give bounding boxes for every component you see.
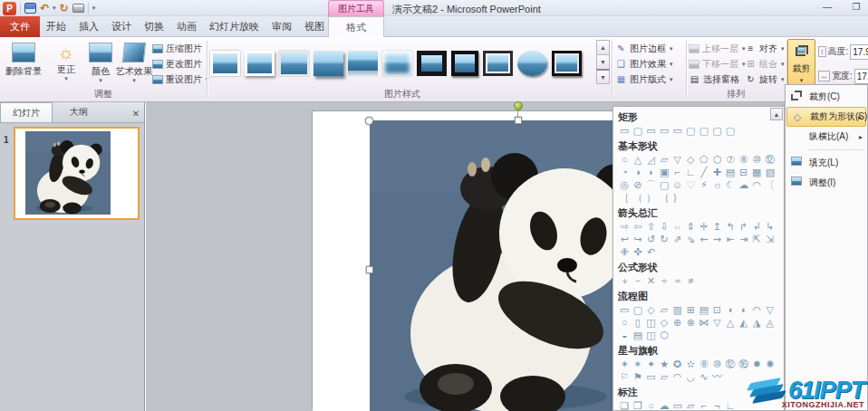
shape-icon[interactable]: ◡ xyxy=(684,371,698,384)
shape-icon[interactable]: ✴ xyxy=(632,358,645,371)
shape-icon[interactable]: 〔 xyxy=(764,179,777,192)
shape-icon[interactable]: ▢ xyxy=(658,179,671,192)
gallery-more-icon[interactable]: ▼ xyxy=(596,69,610,84)
shape-icon[interactable]: ✪ xyxy=(670,358,684,371)
shape-icon[interactable]: ⊟ xyxy=(737,167,750,179)
shape-icon[interactable]: ⇦ xyxy=(632,221,645,234)
shape-icon[interactable]: ◫ xyxy=(644,317,658,330)
button-对齐[interactable]: ≡对齐▾ xyxy=(745,41,786,56)
shape-icon[interactable]: ◗ xyxy=(737,304,750,317)
redo-icon[interactable]: ↻ xyxy=(60,2,69,14)
shape-icon[interactable]: ⇤ xyxy=(724,234,738,246)
shape-icon[interactable]: ◮ xyxy=(750,317,764,330)
undo-icon[interactable]: ↶ xyxy=(40,2,49,14)
shape-icon[interactable]: ☺ xyxy=(670,179,684,192)
shape-icon[interactable]: ▽ xyxy=(710,317,724,330)
shape-icon[interactable]: ○ xyxy=(644,400,658,411)
shape-icon[interactable]: ⑦ xyxy=(724,154,738,167)
shape-icon[interactable]: ⊕ xyxy=(670,317,684,330)
tab-切换[interactable]: 切换 xyxy=(138,16,170,36)
shape-icon[interactable]: ⬡ xyxy=(658,330,671,342)
shape-icon[interactable]: ⇱ xyxy=(750,234,764,246)
shape-icon[interactable]: ↻ xyxy=(658,234,671,246)
shape-icon[interactable]: ◗ xyxy=(644,167,658,179)
tab-幻灯片放映[interactable]: 幻灯片放映 xyxy=(203,16,265,36)
shape-icon[interactable]: ⌐ xyxy=(670,167,684,179)
shape-icon[interactable]: ▢ xyxy=(724,125,738,138)
shape-icon[interactable]: ✚ xyxy=(710,167,724,179)
height-input[interactable]: 17.99 xyxy=(850,44,868,60)
shape-icon[interactable]: ▱ xyxy=(658,371,671,384)
picture-style-thumb-frame-black-sm[interactable] xyxy=(451,51,478,76)
shape-icon[interactable]: ◇ xyxy=(644,304,658,317)
shape-icon[interactable]: ⊡ xyxy=(710,304,724,317)
shape-icon[interactable]: ⇗ xyxy=(670,234,684,246)
shape-icon[interactable]: ⊘ xyxy=(632,179,645,192)
shape-icon[interactable]: ⑧ xyxy=(698,358,711,371)
shape-icon[interactable]: ⇔ xyxy=(670,221,684,234)
menu-item-裁剪(C)[interactable]: 裁剪(C) xyxy=(786,87,866,107)
shape-icon[interactable]: ⬡ xyxy=(710,154,724,167)
tab-file[interactable]: 文件 xyxy=(0,16,40,37)
picture-style-thumb-frame-compound[interactable] xyxy=(483,51,513,76)
shape-icon[interactable]: ◭ xyxy=(737,317,750,330)
shape-icon[interactable]: ⇝ xyxy=(710,234,724,246)
shape-icon[interactable]: ⇧ xyxy=(644,221,658,234)
shape-icon[interactable]: ▢ xyxy=(684,125,698,138)
shape-icon[interactable]: ＋ xyxy=(618,275,632,288)
slide-thumbnail[interactable] xyxy=(14,127,140,220)
shape-icon[interactable]: ▥ xyxy=(670,304,684,317)
shape-icon[interactable]: ⇲ xyxy=(764,234,777,246)
shape-icon[interactable]: ▭ xyxy=(644,371,658,384)
small-button-压缩图片[interactable]: 压缩图片 xyxy=(152,41,207,56)
shape-icon[interactable]: ⑫ xyxy=(724,358,738,371)
button-旋转[interactable]: ↻旋转▾ xyxy=(745,72,786,87)
shape-icon[interactable]: ⑩ xyxy=(750,154,764,167)
width-input[interactable]: 17.99 xyxy=(854,69,868,84)
shape-icon[interactable]: （ xyxy=(632,192,645,205)
shape-icon[interactable]: ✶ xyxy=(618,358,632,371)
undo-dropdown-icon[interactable]: ▾ xyxy=(53,5,56,12)
small-button-更改图片[interactable]: 更改图片 xyxy=(152,56,207,72)
picture-style-thumb-soft[interactable] xyxy=(382,51,412,76)
picture-style-thumb-frame-black-thick[interactable] xyxy=(417,51,447,76)
tab-审阅[interactable]: 审阅 xyxy=(265,16,298,36)
customize-qat-icon[interactable]: ▾ xyxy=(92,5,96,12)
shape-icon[interactable]: ✦ xyxy=(644,358,658,371)
menu-item-裁剪为形状(S)[interactable]: ◇裁剪为形状(S)▸ xyxy=(786,107,866,127)
resize-handle-top-left[interactable] xyxy=(365,117,373,125)
shape-icon[interactable]: ≠ xyxy=(684,275,698,288)
shape-icon[interactable]: ▢ xyxy=(632,304,645,317)
shape-icon[interactable]: ◒ xyxy=(618,330,632,342)
shape-icon[interactable]: ▢ xyxy=(710,125,724,138)
shape-icon[interactable]: △ xyxy=(632,154,645,167)
shape-icon[interactable]: ↳ xyxy=(764,221,777,234)
shape-icon[interactable]: ↶ xyxy=(644,246,658,259)
shape-icon[interactable]: ○ xyxy=(618,154,632,167)
shape-icon[interactable]: ◿ xyxy=(644,154,658,167)
shape-icon[interactable]: ＝ xyxy=(670,275,684,288)
tab-设计[interactable]: 设计 xyxy=(105,16,138,36)
button-图片边框[interactable]: ✎图片边框▾ xyxy=(615,41,684,56)
save-icon[interactable] xyxy=(24,3,36,14)
picture-style-thumb-frame-white-shadow[interactable] xyxy=(245,51,275,76)
shape-icon[interactable]: ↩ xyxy=(618,234,632,246)
tab-插入[interactable]: 插入 xyxy=(72,16,105,36)
shape-icon[interactable]: ÷ xyxy=(658,275,671,288)
shape-icon[interactable]: ◔ xyxy=(618,167,632,179)
shape-icon[interactable]: ⇕ xyxy=(684,221,698,234)
tab-outline[interactable]: 大纲 xyxy=(53,102,105,122)
shape-icon[interactable]: ✜ xyxy=(632,246,645,259)
restore-button[interactable]: ❐ xyxy=(848,2,864,12)
small-button-重设图片[interactable]: 重设图片▾ xyxy=(152,72,207,87)
shape-icon[interactable]: ╱ xyxy=(698,167,711,179)
shape-icon[interactable]: ⑫ xyxy=(764,154,777,167)
shape-icon[interactable]: ▭ xyxy=(618,125,632,138)
shape-icon[interactable]: ✹ xyxy=(750,358,764,371)
shape-icon[interactable]: ⇘ xyxy=(684,234,698,246)
shape-icon[interactable]: ◖ xyxy=(724,304,738,317)
shape-icon[interactable]: ❏ xyxy=(618,400,632,411)
shape-icon[interactable]: ∿ xyxy=(698,371,711,384)
powerpoint-app-icon[interactable]: P xyxy=(3,2,16,15)
shape-icon[interactable]: ⇩ xyxy=(658,221,671,234)
